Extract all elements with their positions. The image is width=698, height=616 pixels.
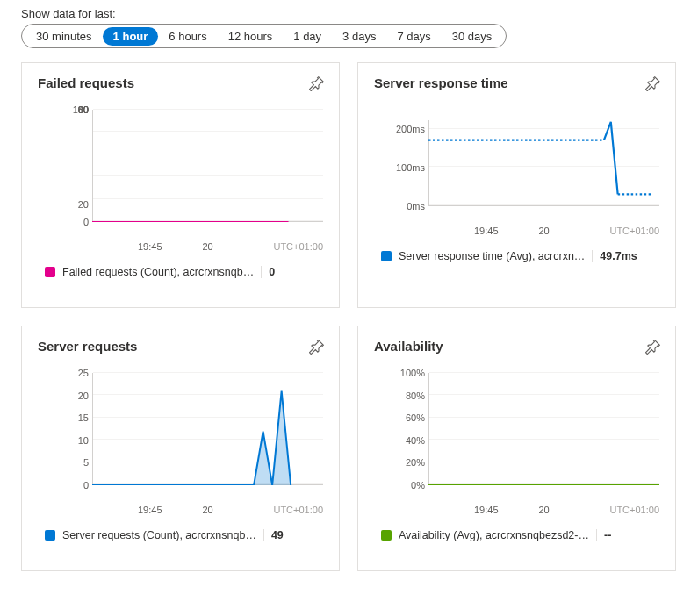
time-range-option-30d[interactable]: 30 days bbox=[442, 27, 503, 46]
x-tick: 19:45 bbox=[138, 241, 162, 252]
legend-swatch bbox=[45, 530, 55, 541]
plot-line bbox=[428, 373, 659, 485]
chart-availability: 0% 20% 40% 60% 80% 100% 19:45 20 UTC+01:… bbox=[392, 373, 659, 505]
card-title: Failed requests bbox=[38, 75, 323, 90]
y-tick: 60% bbox=[392, 412, 425, 423]
y-tick: 0 bbox=[55, 480, 89, 491]
card-server-response-time[interactable]: Server response time 0ms 100ms 200ms 19:… bbox=[357, 62, 676, 308]
timezone-label: UTC+01:00 bbox=[609, 226, 659, 236]
x-tick: 20 bbox=[202, 505, 212, 515]
chart-failed-requests: 0 20 40 60 80 100 19:45 20 UTC+01:00 bbox=[55, 110, 323, 241]
x-tick: 20 bbox=[202, 241, 212, 252]
y-tick: 100ms bbox=[392, 162, 425, 173]
time-range-pillbar: 30 minutes 1 hour 6 hours 12 hours 1 day… bbox=[21, 24, 507, 48]
legend: Server response time (Avg), acrcrxn… 49.… bbox=[381, 250, 659, 262]
time-range-option-12h[interactable]: 12 hours bbox=[218, 27, 284, 46]
card-title: Server response time bbox=[374, 75, 659, 90]
plot-line bbox=[428, 120, 659, 206]
card-title: Server requests bbox=[38, 339, 323, 354]
time-range-option-1h[interactable]: 1 hour bbox=[103, 27, 159, 46]
time-range-option-7d[interactable]: 7 days bbox=[386, 27, 441, 46]
pin-icon[interactable] bbox=[645, 75, 661, 91]
time-range-label: Show data for last: bbox=[21, 7, 698, 20]
y-tick: 0% bbox=[392, 480, 425, 491]
pin-icon[interactable] bbox=[645, 339, 661, 355]
y-tick: 0 bbox=[55, 217, 89, 227]
legend-label: Server response time (Avg), acrcrxn… bbox=[399, 250, 585, 262]
legend-value: 49 bbox=[263, 529, 284, 541]
card-failed-requests[interactable]: Failed requests 0 20 40 60 80 100 19 bbox=[21, 62, 340, 308]
y-tick: 20% bbox=[392, 457, 425, 468]
timezone-label: UTC+01:00 bbox=[273, 505, 323, 515]
legend-value: 0 bbox=[261, 266, 275, 278]
legend-label: Server requests (Count), acrcrxnsnqb… bbox=[62, 529, 256, 541]
chart-server-response-time: 0ms 100ms 200ms 19:45 20 UTC+01:00 bbox=[392, 120, 659, 226]
plot-area bbox=[92, 373, 323, 485]
y-tick: 100% bbox=[392, 368, 425, 378]
x-tick: 19:45 bbox=[474, 505, 499, 515]
legend-swatch bbox=[381, 530, 392, 541]
time-range-option-30m[interactable]: 30 minutes bbox=[25, 27, 103, 46]
y-tick: 10 bbox=[55, 435, 89, 446]
pin-icon[interactable] bbox=[309, 75, 325, 91]
y-tick: 25 bbox=[55, 368, 89, 378]
time-range-option-3d[interactable]: 3 days bbox=[332, 27, 386, 46]
legend-swatch bbox=[381, 251, 392, 261]
time-range-option-1d[interactable]: 1 day bbox=[283, 27, 332, 46]
plot-line bbox=[92, 110, 323, 222]
legend-label: Availability (Avg), acrcrxnsnqbezsd2-… bbox=[399, 529, 589, 541]
legend-swatch bbox=[45, 267, 55, 277]
timezone-label: UTC+01:00 bbox=[273, 241, 323, 252]
x-tick: 19:45 bbox=[138, 505, 162, 515]
y-tick: 0ms bbox=[392, 201, 425, 211]
timezone-label: UTC+01:00 bbox=[609, 505, 659, 515]
legend: Server requests (Count), acrcrxnsnqb… 49 bbox=[45, 529, 323, 541]
legend: Failed requests (Count), acrcrxnsnqb… 0 bbox=[45, 266, 323, 278]
x-tick: 20 bbox=[538, 505, 549, 515]
y-tick: 20 bbox=[55, 390, 89, 401]
card-title: Availability bbox=[374, 339, 659, 354]
y-tick: 200ms bbox=[392, 124, 425, 134]
card-server-requests[interactable]: Server requests 0 5 10 15 20 25 bbox=[21, 326, 340, 571]
y-tick: 5 bbox=[55, 457, 89, 468]
y-tick: 100 bbox=[55, 104, 89, 115]
y-tick: 40% bbox=[392, 435, 425, 446]
chart-server-requests: 0 5 10 15 20 25 19:45 20 UTC+01:00 bbox=[55, 373, 323, 505]
pin-icon[interactable] bbox=[309, 339, 325, 355]
legend-value: 49.7ms bbox=[592, 250, 637, 262]
legend-label: Failed requests (Count), acrcrxnsnqb… bbox=[62, 266, 254, 278]
y-tick: 15 bbox=[55, 412, 89, 423]
card-availability[interactable]: Availability 0% 20% 40% 60% 80% 100% bbox=[357, 326, 676, 571]
time-range-option-6h[interactable]: 6 hours bbox=[158, 27, 217, 46]
y-tick: 80% bbox=[392, 390, 425, 401]
legend-value: -- bbox=[596, 529, 611, 541]
x-tick: 19:45 bbox=[474, 226, 499, 236]
x-tick: 20 bbox=[538, 226, 549, 236]
legend: Availability (Avg), acrcrxnsnqbezsd2-… -… bbox=[381, 529, 659, 541]
